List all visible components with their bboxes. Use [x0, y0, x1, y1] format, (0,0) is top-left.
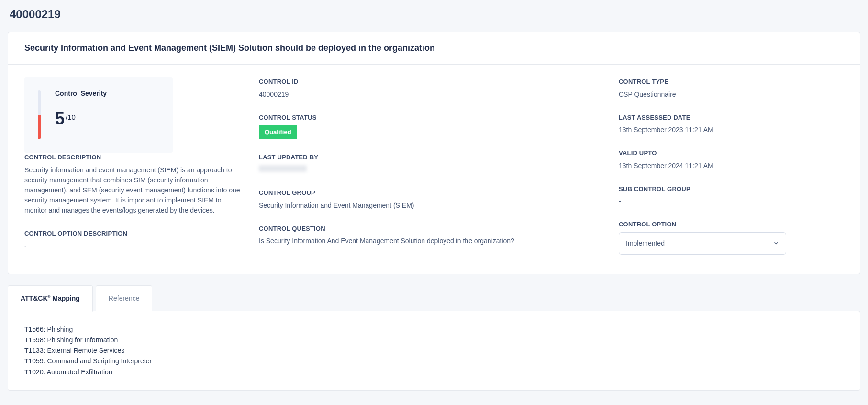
control-group-label: CONTROL GROUP	[259, 188, 604, 198]
tab-panel-attack: T1566: Phishing T1598: Phishing for Info…	[8, 311, 860, 391]
control-option-select[interactable]: Implemented	[619, 232, 786, 255]
page-title: 40000219	[10, 6, 860, 23]
valid-upto-value: 13th September 2024 11:21 AM	[619, 161, 844, 171]
severity-value: 5	[55, 110, 65, 127]
tab-attack-suffix: Mapping	[50, 294, 79, 302]
severity-max: /10	[66, 112, 76, 123]
last-updated-by-value	[259, 165, 307, 172]
control-question-value: Is Security Information And Event Manage…	[259, 236, 604, 246]
control-type-value: CSP Questionnaire	[619, 90, 844, 100]
attack-list: T1566: Phishing T1598: Phishing for Info…	[24, 325, 844, 377]
control-detail-card: Security Information and Event Managemen…	[8, 32, 860, 274]
valid-upto-label: VALID UPTO	[619, 148, 844, 158]
control-option-selected: Implemented	[626, 238, 665, 248]
control-question-label: CONTROL QUESTION	[259, 224, 604, 234]
attack-item: T1566: Phishing	[24, 325, 844, 334]
control-status-label: CONTROL STATUS	[259, 113, 604, 123]
last-assessed-value: 13th September 2023 11:21 AM	[619, 125, 844, 135]
attack-item: T1020: Automated Exfiltration	[24, 367, 844, 377]
control-group-value: Security Information and Event Managemen…	[259, 201, 604, 211]
last-updated-by-label: LAST UPDATED BY	[259, 153, 604, 162]
control-description-label: CONTROL DESCRIPTION	[24, 153, 245, 162]
chevron-down-icon	[773, 240, 779, 246]
control-type-label: CONTROL TYPE	[619, 77, 844, 87]
attack-item: T1059: Command and Scripting Interpreter	[24, 356, 844, 366]
control-option-label: CONTROL OPTION	[619, 220, 844, 229]
control-id-value: 40000219	[259, 90, 604, 100]
last-assessed-label: LAST ASSESSED DATE	[619, 113, 844, 123]
tabs: ATT&CK® Mapping Reference	[8, 285, 860, 311]
severity-bar-fill	[38, 115, 41, 139]
control-id-label: CONTROL ID	[259, 77, 604, 87]
control-option-description-value: -	[24, 241, 245, 251]
sub-control-group-label: SUB CONTROL GROUP	[619, 184, 844, 194]
attack-item: T1133: External Remote Services	[24, 346, 844, 355]
status-badge: Qualified	[259, 125, 297, 139]
control-option-description-label: CONTROL OPTION DESCRIPTION	[24, 229, 245, 238]
tab-attack-prefix: ATT&CK	[21, 294, 48, 302]
severity-label: Control Severity	[55, 89, 107, 99]
card-header: Security Information and Event Managemen…	[8, 32, 860, 65]
control-title: Security Information and Event Managemen…	[24, 42, 844, 55]
tab-attack-mapping[interactable]: ATT&CK® Mapping	[8, 285, 93, 312]
attack-item: T1598: Phishing for Information	[24, 335, 844, 345]
severity-score: 5 /10	[55, 110, 107, 128]
control-description-value: Security information and event managemen…	[24, 165, 245, 215]
sub-control-group-value: -	[619, 196, 844, 206]
tab-reference[interactable]: Reference	[96, 285, 153, 312]
severity-bar	[38, 90, 41, 139]
severity-box: Control Severity 5 /10	[24, 77, 173, 153]
